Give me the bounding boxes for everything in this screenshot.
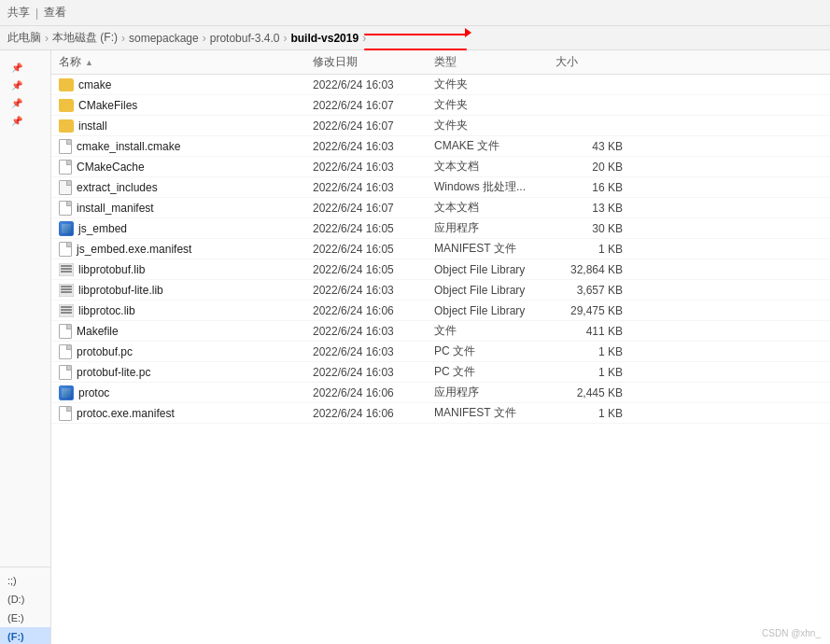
- file-type: PC 文件: [434, 343, 556, 359]
- svg-rect-2: [61, 268, 72, 270]
- sidebar-pins: 📌 📌 📌 📌: [0, 60, 50, 129]
- file-type: 文件夹: [434, 77, 556, 92]
- table-row[interactable]: js_embed 2022/6/24 16:05 应用程序 30 KB: [51, 218, 830, 239]
- file-name-cell: libprotobuf-lite.lib: [51, 284, 313, 297]
- file-name: libprotobuf-lite.lib: [78, 284, 163, 297]
- file-name-cell: cmake: [51, 78, 313, 91]
- file-name: libprotobuf.lib: [78, 263, 145, 276]
- table-row[interactable]: libprotoc.lib 2022/6/24 16:06 Object Fil…: [51, 301, 830, 321]
- file-name-cell: install_manifest: [51, 201, 313, 216]
- file-size: 2,445 KB: [556, 386, 630, 399]
- svg-rect-3: [61, 271, 72, 273]
- file-name: install_manifest: [77, 202, 154, 215]
- folder-icon: [59, 99, 74, 112]
- file-type: MANIFEST 文件: [434, 405, 556, 421]
- file-name-cell: CMakeCache: [51, 160, 313, 175]
- menu-shared[interactable]: 共享: [7, 5, 30, 21]
- drive-e[interactable]: (E:): [0, 609, 50, 627]
- file-date: 2022/6/24 16:07: [313, 202, 434, 215]
- table-row[interactable]: CMakeFiles 2022/6/24 16:07 文件夹: [51, 95, 830, 116]
- drive-f[interactable]: (F:): [0, 627, 50, 644]
- file-icon: [59, 201, 72, 216]
- file-list: cmake 2022/6/24 16:03 文件夹 CMakeFiles 202…: [51, 75, 830, 644]
- file-name-cell: protobuf.pc: [51, 344, 313, 359]
- file-type: Object File Library: [434, 304, 556, 317]
- file-type: 应用程序: [434, 220, 556, 236]
- lib-icon: [59, 304, 74, 317]
- file-date: 2022/6/24 16:05: [313, 222, 434, 235]
- file-name: CMakeCache: [77, 161, 145, 174]
- file-icon: [59, 406, 72, 421]
- top-bar: 共享 | 查看: [0, 0, 830, 26]
- table-row[interactable]: libprotobuf-lite.lib 2022/6/24 16:03 Obj…: [51, 280, 830, 301]
- table-row[interactable]: protobuf-lite.pc 2022/6/24 16:03 PC 文件 1…: [51, 362, 830, 383]
- col-header-type[interactable]: 类型: [434, 54, 556, 70]
- breadcrumb-protobuf[interactable]: protobuf-3.4.0: [210, 32, 280, 45]
- drive-d[interactable]: (D:): [0, 590, 50, 609]
- table-row[interactable]: protobuf.pc 2022/6/24 16:03 PC 文件 1 KB: [51, 342, 830, 362]
- file-date: 2022/6/24 16:06: [313, 386, 434, 399]
- file-type: 文件: [434, 323, 556, 339]
- file-date: 2022/6/24 16:06: [313, 407, 434, 420]
- sidebar-pin-2[interactable]: 📌: [7, 77, 43, 93]
- drive-c[interactable]: :;): [0, 571, 50, 590]
- file-size: 30 KB: [556, 222, 630, 235]
- sidebar-pin-3[interactable]: 📌: [7, 95, 43, 111]
- sidebar-pin-4[interactable]: 📌: [7, 113, 43, 129]
- table-row[interactable]: protoc.exe.manifest 2022/6/24 16:06 MANI…: [51, 403, 830, 424]
- table-row[interactable]: Makefile 2022/6/24 16:03 文件 411 KB: [51, 321, 830, 342]
- file-icon: [59, 160, 72, 175]
- breadcrumb-computer[interactable]: 此电脑: [7, 30, 41, 46]
- file-size: 13 KB: [556, 202, 630, 215]
- file-name-cell: libprotoc.lib: [51, 304, 313, 317]
- file-size: 20 KB: [556, 161, 630, 174]
- file-icon: [59, 242, 72, 257]
- file-name-cell: js_embed: [51, 221, 313, 236]
- file-name-cell: protoc: [51, 385, 313, 400]
- col-header-size[interactable]: 大小: [556, 54, 630, 70]
- file-size: 1 KB: [556, 345, 630, 358]
- file-type: Object File Library: [434, 284, 556, 297]
- table-row[interactable]: protoc 2022/6/24 16:06 应用程序 2,445 KB: [51, 383, 830, 403]
- file-date: 2022/6/24 16:03: [313, 284, 434, 297]
- sidebar-pin-1[interactable]: 📌: [7, 60, 43, 76]
- file-size: 16 KB: [556, 181, 630, 194]
- table-row[interactable]: cmake 2022/6/24 16:03 文件夹: [51, 75, 830, 95]
- file-date: 2022/6/24 16:05: [313, 263, 434, 276]
- bat-file-icon: [59, 180, 72, 195]
- col-header-date[interactable]: 修改日期: [313, 54, 434, 70]
- file-size: 3,657 KB: [556, 284, 630, 297]
- table-row[interactable]: install_manifest 2022/6/24 16:07 文本文档 13…: [51, 198, 830, 218]
- menu-viewer[interactable]: 查看: [44, 5, 66, 21]
- file-name: protoc.exe.manifest: [77, 407, 175, 420]
- svg-rect-7: [61, 291, 72, 293]
- sidebar-drives: :;) (D:) (E:) (F:) (G:): [0, 567, 50, 644]
- file-name: libprotoc.lib: [78, 304, 135, 317]
- col-header-name[interactable]: 名称 ▲: [51, 54, 313, 70]
- lib-icon: [59, 284, 74, 297]
- table-row[interactable]: extract_includes 2022/6/24 16:03 Windows…: [51, 177, 830, 198]
- file-type: Windows 批处理...: [434, 179, 556, 195]
- file-type: Object File Library: [434, 263, 556, 276]
- file-size: 32,864 KB: [556, 263, 630, 276]
- folder-icon: [59, 78, 74, 91]
- table-row[interactable]: CMakeCache 2022/6/24 16:03 文本文档 20 KB: [51, 157, 830, 177]
- file-type: 应用程序: [434, 385, 556, 400]
- table-row[interactable]: cmake_install.cmake 2022/6/24 16:03 CMAK…: [51, 136, 830, 157]
- table-row[interactable]: js_embed.exe.manifest 2022/6/24 16:05 MA…: [51, 239, 830, 259]
- file-date: 2022/6/24 16:03: [313, 78, 434, 91]
- table-row[interactable]: install 2022/6/24 16:07 文件夹: [51, 116, 830, 136]
- file-name-cell: extract_includes: [51, 180, 313, 195]
- file-type: 文本文档: [434, 200, 556, 216]
- breadcrumb-somepackage[interactable]: somepackage: [129, 32, 199, 45]
- breadcrumb-drive[interactable]: 本地磁盘 (F:): [52, 30, 118, 46]
- file-type: 文本文档: [434, 159, 556, 175]
- svg-rect-1: [61, 265, 72, 267]
- file-date: 2022/6/24 16:03: [313, 366, 434, 379]
- table-row[interactable]: libprotobuf.lib 2022/6/24 16:05 Object F…: [51, 259, 830, 280]
- file-name: install: [78, 119, 107, 133]
- breadcrumb-buildvs2019[interactable]: build-vs2019: [290, 32, 359, 45]
- file-date: 2022/6/24 16:03: [313, 181, 434, 194]
- file-size: 1 KB: [556, 243, 630, 256]
- file-type: CMAKE 文件: [434, 138, 556, 154]
